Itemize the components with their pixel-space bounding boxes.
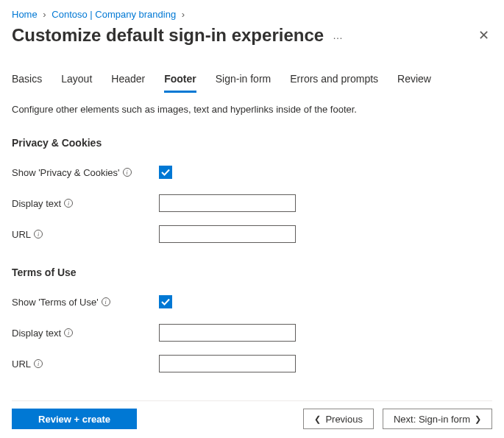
wizard-footer: Review + create ❮ Previous Next: Sign-in… [12,400,492,429]
page-title: Customize default sign-in experience [12,25,324,46]
breadcrumb-home[interactable]: Home [12,9,38,20]
chevron-right-icon: › [182,9,185,20]
tab-description: Configure other elements such as images,… [12,104,492,115]
breadcrumb: Home › Contoso | Company branding › [12,9,492,20]
review-create-button[interactable]: Review + create [12,409,137,429]
info-icon[interactable]: i [64,328,73,337]
show-terms-checkbox[interactable] [159,295,172,308]
show-privacy-checkbox[interactable] [159,166,172,179]
close-icon[interactable]: ✕ [475,24,492,46]
info-icon[interactable]: i [34,230,43,239]
chevron-right-icon: › [43,9,46,20]
show-terms-label: Show 'Terms of Use' i [12,297,159,308]
privacy-display-text-label: Display text i [12,198,159,209]
terms-display-text-input[interactable] [159,324,296,342]
previous-button[interactable]: ❮ Previous [303,409,374,429]
chevron-left-icon: ❮ [314,414,321,424]
tab-layout[interactable]: Layout [61,73,92,93]
info-icon[interactable]: i [64,199,73,208]
privacy-url-input[interactable] [159,225,296,243]
page-header: Customize default sign-in experience … ✕ [12,24,492,46]
tab-signin-form[interactable]: Sign-in form [216,73,271,93]
privacy-url-label: URL i [12,229,159,240]
info-icon[interactable]: i [123,168,132,177]
tabs: Basics Layout Header Footer Sign-in form… [12,73,492,93]
section-privacy-title: Privacy & Cookies [12,137,492,149]
more-button[interactable]: … [333,29,344,41]
section-terms-title: Terms of Use [12,266,492,278]
tab-basics[interactable]: Basics [12,73,42,93]
tab-footer[interactable]: Footer [164,73,196,93]
tab-header[interactable]: Header [111,73,145,93]
tab-review[interactable]: Review [397,73,431,93]
info-icon[interactable]: i [34,359,43,368]
tab-errors[interactable]: Errors and prompts [290,73,378,93]
terms-url-input[interactable] [159,355,296,372]
terms-display-text-label: Display text i [12,328,159,339]
info-icon[interactable]: i [102,297,110,306]
privacy-display-text-input[interactable] [159,194,296,212]
breadcrumb-company[interactable]: Contoso | Company branding [52,9,176,20]
terms-url-label: URL i [12,358,159,370]
show-privacy-label: Show 'Privacy & Cookies' i [12,167,159,178]
chevron-right-icon: ❯ [475,414,481,424]
next-button[interactable]: Next: Sign-in form ❯ [383,409,492,429]
